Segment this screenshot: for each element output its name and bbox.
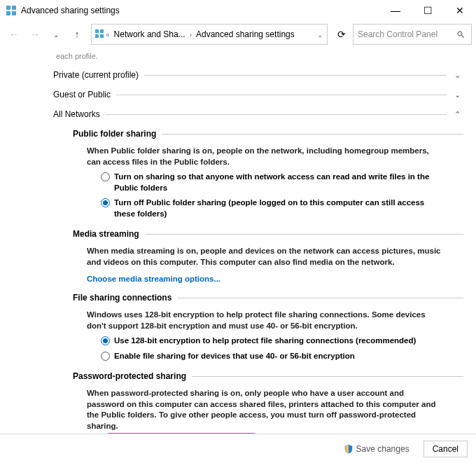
- section-all-networks[interactable]: All Networks ⌃: [53, 109, 463, 119]
- navbar: ← → ⌄ ↑ « Network and Sha... › Advanced …: [0, 21, 476, 48]
- chevron-up-icon: ⌃: [451, 110, 463, 119]
- heading-file-sharing: File sharing connections: [73, 293, 463, 303]
- crumb-network[interactable]: Network and Sha...: [111, 29, 188, 39]
- radio-40-56bit[interactable]: Enable file sharing for devices that use…: [101, 351, 442, 362]
- svg-rect-2: [6, 11, 10, 15]
- radio-128bit[interactable]: Use 128-bit encryption to help protect f…: [101, 336, 442, 347]
- section-guest[interactable]: Guest or Public ⌄: [53, 90, 463, 99]
- address-icon: [94, 29, 104, 41]
- search-icon: 🔍︎: [456, 29, 465, 40]
- up-button[interactable]: ↑: [67, 25, 87, 44]
- chevron-down-icon: ⌄: [451, 90, 463, 99]
- section-guest-label: Guest or Public: [53, 90, 111, 99]
- svg-rect-3: [12, 11, 16, 15]
- svg-rect-5: [100, 29, 104, 33]
- address-bar[interactable]: « Network and Sha... › Advanced sharing …: [91, 24, 328, 45]
- content-area: each profile. Private (current profile) …: [0, 49, 476, 434]
- radio-public-off[interactable]: Turn off Public folder sharing (people l…: [101, 198, 442, 219]
- crumb-advanced[interactable]: Advanced sharing settings: [193, 29, 298, 39]
- svg-rect-6: [95, 34, 99, 38]
- cancel-button[interactable]: Cancel: [424, 441, 468, 457]
- svg-rect-4: [95, 29, 99, 33]
- svg-rect-0: [6, 6, 10, 10]
- back-button[interactable]: ←: [4, 25, 24, 44]
- close-button[interactable]: ✕: [444, 0, 476, 21]
- chevron-down-icon: ⌄: [451, 71, 463, 80]
- section-private-label: Private (current profile): [53, 70, 139, 80]
- chevron-right-icon: ›: [188, 31, 193, 39]
- radio-icon: [101, 198, 110, 207]
- maximize-button[interactable]: ☐: [412, 0, 444, 21]
- heading-public-folder: Public folder sharing: [73, 129, 463, 139]
- app-icon: [6, 5, 17, 16]
- radio-icon: [101, 336, 110, 345]
- desc-public-folder: When Public folder sharing is on, people…: [87, 146, 442, 167]
- heading-password: Password-protected sharing: [73, 371, 463, 381]
- footer: Save changes Cancel: [0, 434, 476, 463]
- radio-public-on[interactable]: Turn on sharing so that anyone with netw…: [101, 172, 442, 193]
- search-input[interactable]: Search Control Panel 🔍︎: [353, 24, 472, 45]
- svg-rect-7: [100, 34, 104, 38]
- address-dropdown-icon[interactable]: ⌄: [316, 31, 324, 39]
- desc-password: When password-protected sharing is on, o…: [87, 388, 442, 431]
- recent-dropdown[interactable]: ⌄: [46, 25, 66, 44]
- svg-rect-1: [12, 6, 16, 10]
- save-button[interactable]: Save changes: [335, 441, 418, 457]
- window-title: Advanced sharing settings: [21, 6, 379, 15]
- desc-media: When media streaming is on, people and d…: [87, 246, 442, 268]
- radio-icon: [101, 172, 110, 181]
- crumb-sep-icon: «: [104, 31, 111, 39]
- forward-button[interactable]: →: [25, 25, 45, 44]
- section-all-label: All Networks: [53, 109, 100, 119]
- section-private[interactable]: Private (current profile) ⌄: [53, 70, 463, 80]
- link-media-options[interactable]: Choose media streaming options...: [87, 275, 463, 283]
- shield-icon: [344, 444, 354, 454]
- titlebar: Advanced sharing settings — ☐ ✕: [0, 0, 476, 21]
- desc-file-sharing: Windows uses 128-bit encryption to help …: [87, 310, 442, 331]
- truncated-text: each profile.: [56, 52, 463, 60]
- radio-icon: [101, 352, 110, 361]
- search-placeholder: Search Control Panel: [358, 29, 438, 39]
- heading-media: Media streaming: [73, 229, 463, 239]
- minimize-button[interactable]: —: [379, 0, 412, 21]
- refresh-button[interactable]: ⟳: [332, 25, 351, 44]
